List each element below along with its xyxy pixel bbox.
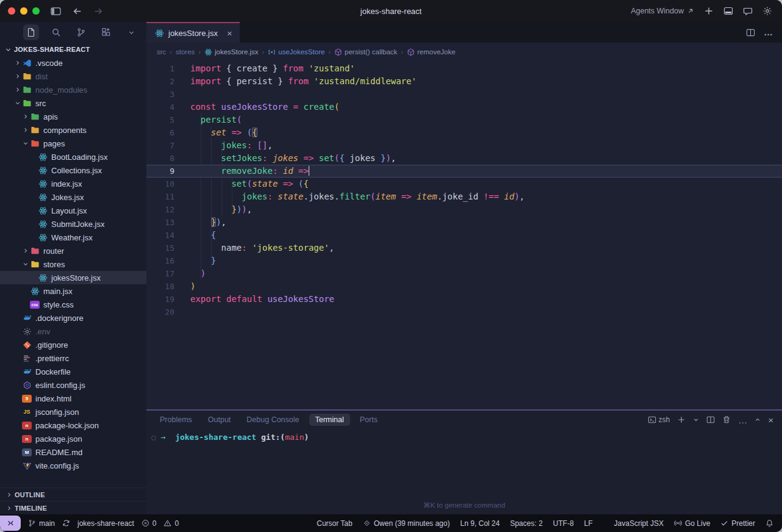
- terminal-more[interactable]: …: [738, 415, 747, 425]
- tree-item-package-lock-json[interactable]: npackage-lock.json: [0, 419, 146, 432]
- tree-item-dist[interactable]: dist: [0, 70, 146, 83]
- tree-item-readme-md[interactable]: MREADME.md: [0, 445, 146, 459]
- tree-item-vite-config-js[interactable]: vite.config.js: [0, 459, 146, 472]
- panel-layout-icon[interactable]: [723, 6, 733, 16]
- tree-item--prettierrc[interactable]: .prettierrc: [0, 351, 146, 365]
- tree-item-index-jsx[interactable]: index.jsx: [0, 177, 146, 190]
- git-blame[interactable]: Owen (39 minutes ago): [363, 519, 450, 528]
- panel-tab-ports[interactable]: Ports: [360, 414, 378, 426]
- kill-terminal[interactable]: [722, 415, 731, 424]
- tree-item-pages[interactable]: pages: [0, 137, 146, 150]
- tree-item-node-modules[interactable]: node_modules: [0, 83, 146, 96]
- tree-item-jokesstore-jsx[interactable]: jokesStore.jsx: [0, 271, 146, 284]
- tree-item-stores[interactable]: stores: [0, 257, 146, 271]
- terminal-dropdown[interactable]: [693, 417, 699, 423]
- code-line[interactable]: 14 {: [146, 229, 782, 242]
- new-icon[interactable]: [704, 6, 714, 16]
- indentation[interactable]: Spaces: 2: [510, 519, 542, 528]
- code-line[interactable]: 5 persist(: [146, 113, 782, 126]
- tree-item-dockerfile[interactable]: Dockerfile: [0, 365, 146, 378]
- toggle-sidebar-icon[interactable]: [51, 6, 61, 16]
- tree-item-layout-jsx[interactable]: Layout.jsx: [0, 204, 146, 217]
- errors[interactable]: 0: [142, 519, 157, 528]
- panel-tab-problems[interactable]: Problems: [160, 414, 192, 426]
- forward-icon[interactable]: [93, 6, 104, 16]
- split-editor-icon[interactable]: [746, 28, 755, 37]
- cursor-tab[interactable]: Cursor Tab: [317, 519, 352, 528]
- tree-item-main-jsx[interactable]: main.jsx: [0, 284, 146, 298]
- sidebar-section-outline[interactable]: OUTLINE: [0, 487, 146, 501]
- terminal[interactable]: ○ → jokes-share-react git:(main) ⌘K to g…: [146, 429, 782, 514]
- search-icon[interactable]: [48, 24, 64, 40]
- git-branch[interactable]: main: [28, 519, 55, 528]
- panel-tab-terminal[interactable]: Terminal: [309, 414, 350, 426]
- more-views-icon[interactable]: [123, 24, 139, 40]
- tree-item-collections-jsx[interactable]: Collections.jsx: [0, 164, 146, 177]
- tree-item-package-json[interactable]: npackage.json: [0, 432, 146, 445]
- minimize-window-button[interactable]: [20, 7, 27, 15]
- eol[interactable]: LF: [584, 519, 593, 528]
- code-line[interactable]: 3: [146, 88, 782, 101]
- tree-item--dockerignore[interactable]: .dockerignore: [0, 311, 146, 325]
- close-panel[interactable]: ×: [768, 415, 773, 425]
- code-line[interactable]: 19export default useJokesStore: [146, 293, 782, 306]
- close-tab-icon[interactable]: ×: [227, 29, 232, 38]
- panel-tab-output[interactable]: Output: [208, 414, 231, 426]
- tree-item-eslint-config-js[interactable]: eslint.config.js: [0, 378, 146, 392]
- code-line[interactable]: 16 }: [146, 254, 782, 267]
- encoding[interactable]: UTF-8: [553, 519, 574, 528]
- breadcrumb-item[interactable]: jokesStore.jsx: [204, 48, 259, 56]
- breadcrumb-item[interactable]: stores: [176, 48, 195, 56]
- tree-item-index-html[interactable]: 5index.html: [0, 392, 146, 405]
- sync-changes[interactable]: [62, 519, 70, 527]
- zoom-window-button[interactable]: [32, 7, 40, 15]
- explorer-root[interactable]: JOKES-SHARE-REACT: [0, 43, 146, 56]
- tree-item-jsconfig-json[interactable]: JSjsconfig.json: [0, 405, 146, 419]
- code-line[interactable]: 7 jokes: [],: [146, 139, 782, 152]
- tree-item-submitjoke-jsx[interactable]: SubmitJoke.jsx: [0, 217, 146, 231]
- tree-item--vscode[interactable]: .vscode: [0, 56, 146, 70]
- tree-item-weather-jsx[interactable]: Weather.jsx: [0, 231, 146, 244]
- source-control-icon[interactable]: [73, 24, 89, 40]
- tree-item-jokes-jsx[interactable]: Jokes.jsx: [0, 190, 146, 204]
- code-editor[interactable]: 1import { create } from 'zustand'2import…: [146, 61, 782, 409]
- maximize-panel[interactable]: [755, 417, 761, 423]
- split-terminal[interactable]: [706, 415, 715, 424]
- new-terminal[interactable]: [677, 415, 686, 424]
- code-line[interactable]: 11 jokes: state.jokes.filter(item => ite…: [146, 190, 782, 203]
- tree-item-bootloading-jsx[interactable]: BootLoading.jsx: [0, 150, 146, 164]
- breadcrumb-item[interactable]: useJokesStore: [268, 48, 325, 56]
- breadcrumb-item[interactable]: persist() callback: [334, 48, 397, 56]
- notifications[interactable]: [766, 519, 773, 527]
- explorer-icon[interactable]: [23, 24, 39, 40]
- tree-item-apis[interactable]: apis: [0, 110, 146, 123]
- breadcrumb-item[interactable]: src: [157, 48, 166, 56]
- code-line[interactable]: 2import { persist } from 'zustand/middle…: [146, 75, 782, 88]
- close-window-button[interactable]: [8, 7, 15, 15]
- language-mode[interactable]: JavaScript JSX: [603, 519, 664, 528]
- code-line[interactable]: 1import { create } from 'zustand': [146, 62, 782, 75]
- tree-item-components[interactable]: components: [0, 123, 146, 137]
- prettier[interactable]: Prettier: [720, 519, 755, 528]
- warnings[interactable]: 0: [163, 519, 179, 528]
- tree-item--gitignore[interactable]: .gitignore: [0, 338, 146, 351]
- panel-tab-debug-console[interactable]: Debug Console: [246, 414, 299, 426]
- go-live[interactable]: Go Live: [674, 519, 710, 528]
- code-line[interactable]: 10 set(state => ({: [146, 178, 782, 190]
- extensions-icon[interactable]: [98, 24, 114, 40]
- code-line[interactable]: 13 }),: [146, 216, 782, 229]
- chat-icon[interactable]: [743, 6, 753, 16]
- code-line[interactable]: 17 ): [146, 267, 782, 280]
- breadcrumb-item[interactable]: removeJoke: [407, 48, 456, 56]
- code-line[interactable]: 4const useJokesStore = create(: [146, 101, 782, 113]
- cursor-position[interactable]: Ln 9, Col 24: [460, 519, 500, 528]
- tree-item--env[interactable]: .env: [0, 325, 146, 338]
- tree-item-src[interactable]: src: [0, 96, 146, 110]
- tree-item-style-css[interactable]: cssstyle.css: [0, 298, 146, 311]
- sidebar-section-timeline[interactable]: TIMELINE: [0, 501, 146, 514]
- tree-item-router[interactable]: router: [0, 244, 146, 257]
- back-icon[interactable]: [72, 6, 82, 16]
- remote-indicator[interactable]: [0, 516, 21, 531]
- project-name[interactable]: jokes-share-react: [77, 519, 134, 528]
- code-line[interactable]: 9 removeJoke: id =>: [146, 165, 782, 178]
